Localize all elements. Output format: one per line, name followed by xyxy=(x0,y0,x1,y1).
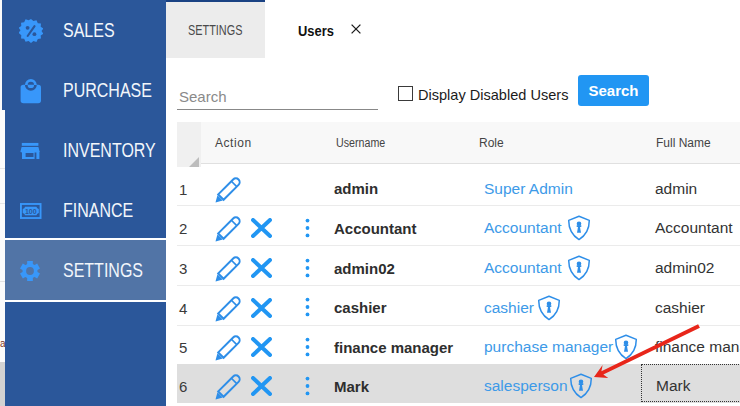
svg-text:100: 100 xyxy=(25,208,37,215)
